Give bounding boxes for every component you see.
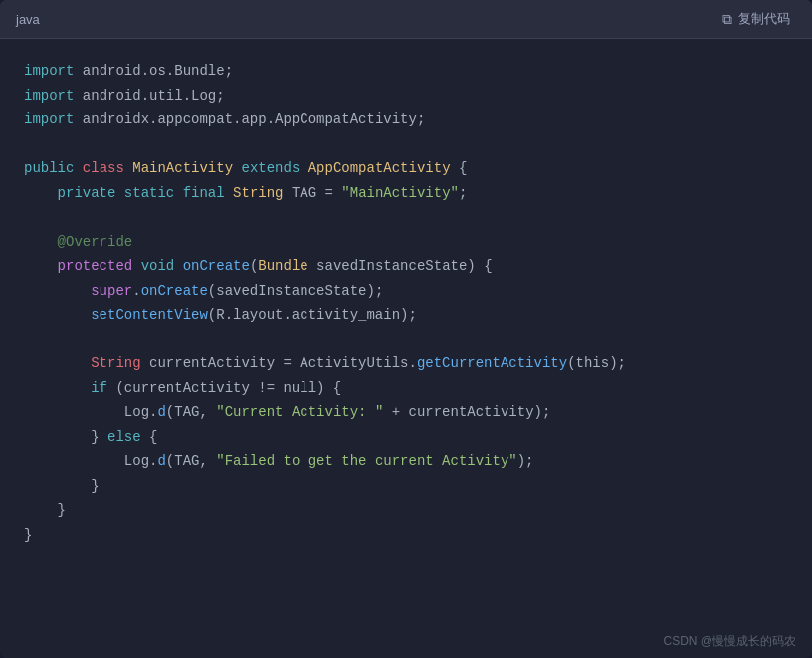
code-line: @Override	[24, 230, 788, 255]
code-line: Log.d(TAG, "Current Activity: " + curren…	[24, 400, 788, 425]
code-line: public class MainActivity extends AppCom…	[24, 156, 788, 181]
code-line: }	[24, 498, 788, 523]
code-line-empty	[24, 132, 788, 157]
code-line: private static final String TAG = "MainA…	[24, 181, 788, 206]
code-line: import android.os.Bundle;	[24, 59, 788, 84]
code-line: protected void onCreate(Bundle savedInst…	[24, 254, 788, 279]
copy-button[interactable]: ⧉ 复制代码	[716, 8, 796, 30]
code-line-empty	[24, 205, 788, 230]
code-line: if (currentActivity != null) {	[24, 376, 788, 401]
code-line: }	[24, 523, 788, 548]
code-line: import androidx.appcompat.app.AppCompatA…	[24, 108, 788, 132]
code-line: Log.d(TAG, "Failed to get the current Ac…	[24, 449, 788, 474]
copy-label: 复制代码	[738, 10, 790, 28]
language-label: java	[16, 12, 40, 27]
watermark: CSDN @慢慢成长的码农	[663, 633, 796, 650]
code-container: java ⧉ 复制代码 import android.os.Bundle; im…	[0, 0, 812, 658]
code-line: import android.util.Log;	[24, 84, 788, 109]
code-line: } else {	[24, 425, 788, 450]
copy-icon: ⧉	[722, 11, 732, 28]
code-line: super.onCreate(savedInstanceState);	[24, 279, 788, 304]
code-body: import android.os.Bundle; import android…	[0, 39, 812, 566]
code-line: }	[24, 474, 788, 499]
code-line-empty	[24, 328, 788, 352]
code-header: java ⧉ 复制代码	[0, 0, 812, 39]
code-line: setContentView(R.layout.activity_main);	[24, 303, 788, 328]
code-line: String currentActivity = ActivityUtils.g…	[24, 351, 788, 376]
